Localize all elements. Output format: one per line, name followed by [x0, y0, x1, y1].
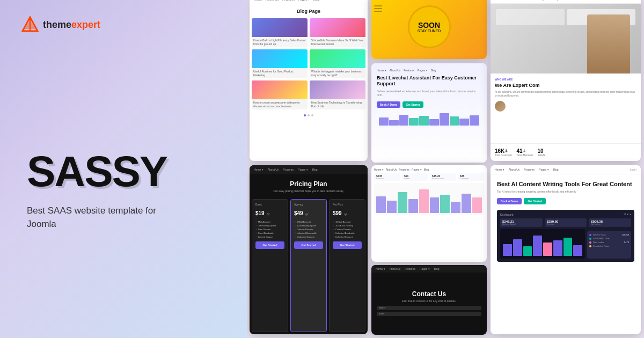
soon-text-big: SOON	[418, 21, 440, 29]
who-bg-box	[496, 9, 565, 25]
who-stat-label: Total Customers	[495, 154, 513, 157]
ai-right-item: SERENA FLORA	[589, 237, 629, 240]
plan-features: Mail Account 100 Hosting Space Free Doma…	[255, 221, 284, 238]
plan-cta-basic[interactable]: Get Started	[255, 241, 284, 249]
dashboard-nav: Home ▾ About Us Features Pages ▾ Blog	[374, 168, 484, 171]
tile-pricing: Home ▾ About Us Features Pages ▾ Blog Pr…	[250, 165, 368, 334]
blog-image	[252, 18, 308, 37]
livechat-nav: Home ▾ About Us Features Pages ▾ Blog	[377, 69, 481, 72]
kpi-item: $45.20 Revenue Sum	[430, 173, 456, 181]
contact-name-field[interactable]: Name *	[377, 306, 481, 310]
ai-title: Best AI Content Writing Tools For Great …	[497, 181, 634, 188]
plan-name: Pro Plus	[333, 203, 362, 206]
who-nav: Home ▾ About Us Features Pages ▾ Blog	[491, 0, 641, 4]
kpi-item: $245 Revenue	[374, 173, 400, 181]
livechat-title: Best Livechat Assistant For Easy Custome…	[377, 75, 481, 87]
plan-features: 5 Mail Account 1000 Hosting Space Custom…	[294, 221, 323, 238]
livechat-start-btn[interactable]: Get Started	[402, 101, 423, 108]
blog-item: Useful Routines for Good Product Marketi…	[252, 49, 308, 78]
who-stat-satisfied: 10 Satisfie	[538, 148, 546, 157]
ai-inner: Home ▾ About Us Features Pages ▾ Blog Lo…	[491, 165, 641, 334]
who-stat-label: Team Members	[517, 154, 533, 157]
pricing-header: Pricing Plan Our easy pricing plan that …	[250, 174, 368, 197]
ai-buttons: Book A Demo Get Started	[497, 198, 634, 204]
tile-dashboard: Home ▾ About Us Features Pages ▾ Blog $2…	[371, 165, 487, 262]
livechat-analytics	[377, 110, 481, 128]
livechat-buttons: Book A Demo Get Started	[377, 101, 481, 108]
pagination-dot[interactable]	[308, 114, 310, 116]
logo-text-part1: theme	[43, 19, 71, 30]
ai-dash-header: Dashboard ⚙ ▼ ●	[500, 213, 631, 216]
tile-ai: Home ▾ About Us Features Pages ▾ Blog Lo…	[491, 165, 641, 334]
right-dot	[589, 241, 591, 244]
pricing-nav: Home ▾ About Us Features Pages ▾ Blog	[250, 165, 368, 174]
ai-chart-bar	[543, 243, 552, 256]
blog-text: What is the biggest mistake your busines…	[310, 68, 365, 78]
who-stat-value: 10	[538, 148, 546, 154]
blog-text: Useful Routines for Good Product Marketi…	[252, 68, 308, 78]
analytics-bar	[470, 115, 479, 126]
analytics-bar	[389, 120, 399, 126]
ai-chart-bar	[564, 238, 573, 256]
ai-right-panel: Recent Trans $2,369 SERENA FLORA Noel La…	[587, 231, 631, 259]
hero-subtitle: Best SAAS website template for Joomla	[27, 204, 220, 231]
chart-bar	[440, 195, 450, 213]
blog-item: How to Build a High Efficiency Sales Fun…	[252, 18, 308, 47]
ai-start-btn[interactable]: Get Started	[524, 198, 546, 204]
ai-nav: Home ▾ About Us Features Pages ▾ Blog Lo…	[491, 165, 641, 174]
blog-image	[310, 18, 365, 37]
who-tag: WHO WE ARE	[495, 78, 636, 81]
pricing-card-agency: Agency $49 /yr 5 Mail Account 1000 Hosti…	[290, 199, 327, 332]
ai-dashboard-panel: Dashboard ⚙ ▼ ● $248.21 Working Capital …	[497, 210, 634, 262]
livechat-demo-btn[interactable]: Book A Demo	[377, 101, 400, 108]
tile-livechat: Home ▾ About Us Features Pages ▾ Blog Be…	[371, 63, 487, 163]
analytics-bar	[379, 117, 389, 126]
analytics-bars	[379, 112, 479, 126]
soon-decoration	[374, 5, 382, 12]
analytics-bar	[409, 118, 419, 126]
plan-cta-pro[interactable]: Get Started	[333, 241, 362, 249]
plan-cta-agency[interactable]: Get Started	[294, 241, 323, 249]
contact-email-field[interactable]: Email *	[377, 312, 481, 316]
pagination-dot[interactable]	[311, 114, 313, 116]
logo[interactable]: themeexpert	[21, 16, 100, 33]
blog-item: What is the biggest mistake your busines…	[310, 49, 365, 78]
pricing-subtitle: Our easy pricing plan that helps you to …	[254, 189, 363, 193]
screenshots-area: Home About Us Features Pages ▾ Blog Blog…	[247, 0, 644, 338]
ai-demo-btn[interactable]: Book A Demo	[497, 198, 522, 204]
ai-content: Best AI Content Writing Tools For Great …	[491, 174, 641, 334]
plan-name: Basic	[255, 203, 284, 206]
who-stats: 16K+ Total Customers 41+ Team Members 10…	[491, 143, 641, 161]
chart-bar	[462, 194, 471, 213]
analytics-bar	[419, 116, 429, 126]
blog-grid: How to Build a High Efficiency Sales Fun…	[250, 16, 368, 112]
ai-chart-bar	[553, 240, 562, 256]
blog-text: How Business Technology is Transforming …	[310, 99, 365, 109]
hero-title: SASSY	[27, 150, 220, 193]
blog-item: How Business Technology is Transforming …	[310, 80, 365, 109]
logo-text-part2: expert	[71, 19, 100, 30]
tile-blog: Home About Us Features Pages ▾ Blog Blog…	[250, 0, 368, 161]
blog-image	[310, 80, 365, 99]
blog-pagination	[250, 112, 368, 119]
ai-dash-stats: $248.21 Working Capital $259.80 Revenue …	[500, 218, 631, 227]
tile-soon: SOON STAY TUNED	[371, 0, 487, 59]
soon-inner: SOON STAY TUNED	[371, 0, 487, 59]
pricing-title: Pricing Plan	[254, 180, 363, 188]
blog-image	[252, 49, 308, 68]
plan-price: $49 /yr	[294, 208, 323, 217]
who-stat-value: 16K+	[495, 148, 513, 154]
pricing-card-pro: Pro Plus $99 /yr 10 Mail Account 10 GB10…	[329, 199, 365, 332]
contact-inner: Contact Us Feel free to contact us for a…	[371, 265, 487, 335]
ai-chart-container: Recent Trans $2,369 SERENA FLORA Noel La…	[500, 229, 631, 259]
pagination-dot[interactable]	[304, 114, 306, 116]
logo-icon	[21, 16, 39, 33]
soon-circle: SOON STAY TUNED	[408, 5, 451, 48]
plan-name: Agency	[294, 203, 323, 206]
pricing-cards: Basic $19 /yr Mail Account 100 Hosting S…	[250, 197, 368, 334]
analytics-bar	[429, 119, 439, 125]
blog-item: 5 Incredible Business Ideas You'll Wish …	[310, 18, 365, 47]
kpi-row: $245 Revenue $91 Orders $45.20 Revenue S…	[374, 173, 484, 181]
ai-dash-label: Dashboard	[500, 213, 513, 216]
chart-bar	[398, 192, 407, 213]
